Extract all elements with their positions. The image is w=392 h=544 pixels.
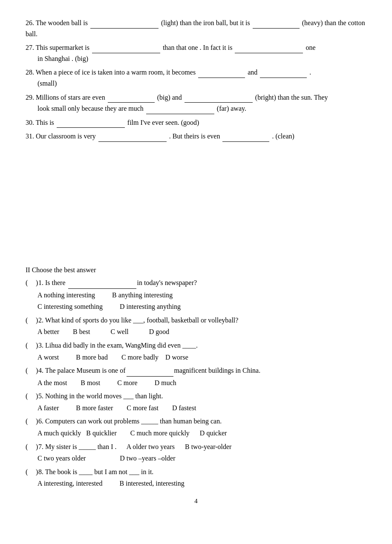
q28-cont: (small) xyxy=(26,78,366,89)
mc-close-paren-1: ) xyxy=(32,277,38,288)
q26-num: 26. The wooden ball is xyxy=(26,19,89,26)
mc-q1-optA: A nothing interesting xyxy=(37,291,95,299)
mc-q4-optB: B most xyxy=(81,379,100,386)
question-28: 28. When a piece of ice is taken into a … xyxy=(26,66,366,89)
mc-q3-optD: D worse xyxy=(165,354,188,361)
mc-open-paren-3: ( xyxy=(26,340,32,351)
mc-q2-optD: D good xyxy=(149,328,170,335)
q29-text1: (big) and xyxy=(157,94,184,101)
mc-q6-optD: D quicker xyxy=(200,429,227,437)
mc-q2-optC: C well xyxy=(111,328,129,335)
mc-q4-optC: C more xyxy=(117,379,138,386)
mc-q3-optB: B more bad xyxy=(76,354,108,361)
mc-item-6: ( ) 6. Computers can work out problems _… xyxy=(26,416,366,438)
q30-text1: film I've ever seen. (good) xyxy=(127,119,199,126)
mc-close-paren-4: ) xyxy=(32,365,38,376)
q28-text1: and xyxy=(248,69,259,76)
mc-q6-optB: B quicklier xyxy=(86,429,117,437)
mc-close-paren-6: ) xyxy=(32,416,38,427)
mc-q2-options: A better B best C well D good xyxy=(26,326,366,337)
page-number: 4 xyxy=(26,498,366,505)
mc-q7-optD: D two –years –older xyxy=(120,455,175,462)
q28-num: 28. When a piece of ice is taken into a … xyxy=(26,69,197,76)
mc-q3-options: A worst B more bad C more badly D worse xyxy=(26,352,366,363)
mc-num-1: 1. Is there xyxy=(38,277,66,288)
q31-blank1 xyxy=(98,130,167,142)
mc-q2-text: 2. What kind of sports do you like ___, … xyxy=(38,315,238,326)
mc-close-paren-8: ) xyxy=(32,466,38,478)
mc-item-4: ( ) 4. The palace Museum is one of magni… xyxy=(26,365,366,388)
mc-q4-blank xyxy=(127,365,173,377)
mc-q3-line: ( ) 3. Lihua did badly in the exam, Wang… xyxy=(26,340,366,351)
q26-blank2 xyxy=(253,17,300,29)
q26-text1: (light) than the iron ball, but it is xyxy=(161,19,252,26)
q27-text1: than that one . In fact it is xyxy=(163,44,234,51)
mc-close-paren-3: ) xyxy=(32,340,38,351)
q31-blank2 xyxy=(222,130,269,142)
mc-item-5: ( ) 5. Nothing in the world moves ___ th… xyxy=(26,391,366,413)
mc-item-8: ( ) 8. The book is ____ but I am not ___… xyxy=(26,466,366,489)
mc-q5-optC: C more fast xyxy=(127,404,159,412)
mc-q7-line: ( ) 7. My sister is _____ than I . A old… xyxy=(26,441,366,452)
mc-q3-optA: A worst xyxy=(37,354,59,361)
q26-blank1 xyxy=(90,17,159,29)
fill-in-section: 26. The wooden ball is (light) than the … xyxy=(26,17,366,142)
mc-item-1: ( ) 1. Is there in today's newspaper? A … xyxy=(26,277,366,312)
mc-item-2: ( ) 2. What kind of sports do you like _… xyxy=(26,315,366,337)
mc-open-paren-4: ( xyxy=(26,365,32,376)
mc-q6-line: ( ) 6. Computers can work out problems _… xyxy=(26,416,366,427)
mc-q6-options: A much quickly B quicklier C much more q… xyxy=(26,428,366,439)
mc-q7-text: 7. My sister is _____ than I . A older t… xyxy=(38,441,231,452)
mc-q8-optA: A interesting, interested xyxy=(37,480,102,487)
mc-open-paren-2: ( xyxy=(26,315,32,326)
mc-q6-optC: C much more quickly xyxy=(130,429,190,437)
q27-blank1 xyxy=(92,42,160,53)
q31-text2: . (clean) xyxy=(272,132,294,140)
q29-text2: (bright) than the sun. They xyxy=(255,94,328,101)
section2-title: II Choose the best answer xyxy=(26,266,366,274)
mc-open-paren-6: ( xyxy=(26,416,32,427)
q27-blank2 xyxy=(235,42,303,53)
mc-q6-text: 6. Computers can work out problems _____… xyxy=(38,416,222,427)
q28-blank1 xyxy=(198,66,245,78)
mc-close-paren-2: ) xyxy=(32,315,38,326)
mc-q1-rest: in today's newspaper? xyxy=(137,277,197,288)
mc-q6-optA: A much quickly xyxy=(37,429,81,437)
mc-close-paren-5: ) xyxy=(32,391,38,402)
spacer xyxy=(26,145,366,265)
mc-q1-options1: A nothing interesting B anything interes… xyxy=(26,290,366,301)
mc-q7-options: C two years older D two –years –older xyxy=(26,453,366,464)
mc-q1-blank xyxy=(68,277,136,289)
question-27: 27. This supermarket is than that one . … xyxy=(26,42,366,64)
q31-num: 31. Our classroom is very xyxy=(26,132,98,140)
mc-q2-optB: B best xyxy=(73,328,90,335)
q27-cont: in Shanghai . (big) xyxy=(26,53,366,64)
mc-open-paren-1: ( xyxy=(26,277,32,288)
mc-q1-options2: C interesting something D interesting an… xyxy=(26,301,366,312)
mc-q5-line: ( ) 5. Nothing in the world moves ___ th… xyxy=(26,391,366,402)
q29-blank2 xyxy=(184,92,253,103)
question-26: 26. The wooden ball is (light) than the … xyxy=(26,17,366,39)
mc-close-paren-7: ) xyxy=(32,441,38,452)
q29-blank3 xyxy=(146,103,214,114)
mc-q5-optD: D fastest xyxy=(172,404,196,412)
mc-q4-optA: A the most xyxy=(37,379,67,386)
q31-text1: . But theirs is even xyxy=(169,132,222,140)
mc-q5-optA: A faster xyxy=(37,404,59,412)
question-29: 29. Millions of stars are even (big) and… xyxy=(26,92,366,114)
mc-q2-line: ( ) 2. What kind of sports do you like _… xyxy=(26,315,366,326)
q27-text2: one xyxy=(306,44,315,51)
mc-q4-options: A the most B most C more D much xyxy=(26,377,366,389)
mc-q1-line: ( ) 1. Is there in today's newspaper? xyxy=(26,277,366,289)
mc-q5-options: A faster B more faster C more fast D fas… xyxy=(26,403,366,414)
mc-q8-text: 8. The book is ____ but I am not ___ in … xyxy=(38,466,153,478)
question-30: 30. This is film I've ever seen. (good) xyxy=(26,117,366,128)
q28-text2: . xyxy=(309,69,311,76)
mc-item-7: ( ) 7. My sister is _____ than I . A old… xyxy=(26,441,366,464)
mc-q3-text: 3. Lihua did badly in the exam, WangMing… xyxy=(38,340,198,351)
mc-q5-text: 5. Nothing in the world moves ___ than l… xyxy=(38,391,163,402)
mc-q3-optC: C more badly xyxy=(121,354,159,361)
mc-q2-optA: A better xyxy=(37,328,59,335)
q30-num: 30. This is xyxy=(26,119,56,126)
mc-q1-optC: C interesting something xyxy=(37,303,103,310)
